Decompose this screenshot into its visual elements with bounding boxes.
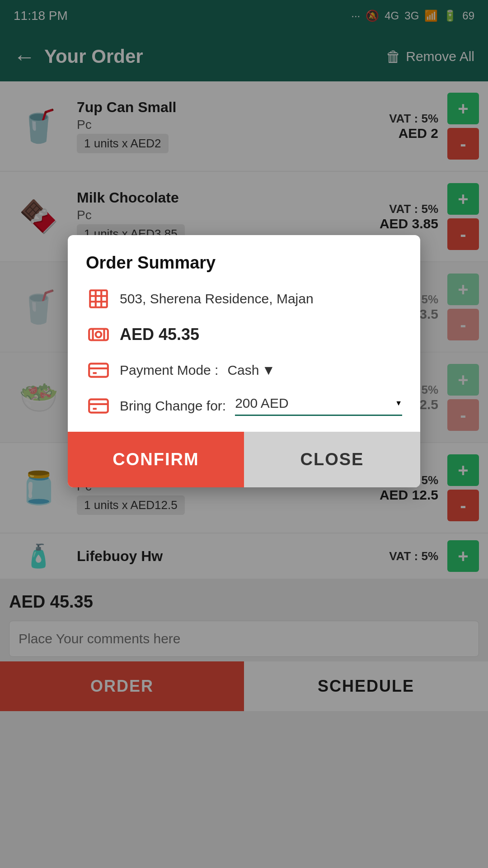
modal-title: Order Summary [86,253,402,273]
modal-address: 503, Sherena Residence, Majan [120,291,314,307]
dropdown-chevron-icon: ▼ [262,363,275,378]
card-icon [86,358,111,382]
svg-rect-12 [89,399,108,412]
modal-overlay: Order Summary 503, Sherena Residence, Ma… [0,0,488,868]
modal-buttons: CONFIRM CLOSE [68,432,420,487]
change-amount-dropdown[interactable]: 200 AED ▼ [235,396,402,416]
svg-point-6 [95,331,101,337]
change-amount-value: 200 AED [235,396,288,411]
building-icon [86,286,111,311]
change-card-icon [86,393,111,418]
modal-payment-label: Payment Mode : [120,363,218,378]
money-icon [86,322,111,347]
svg-rect-9 [89,363,108,377]
modal-total-amount: AED 45.35 [120,325,199,344]
modal-address-row: 503, Sherena Residence, Majan [86,286,402,311]
payment-mode-dropdown[interactable]: Cash ▼ [227,363,275,378]
modal-change-label: Bring Change for: [120,398,226,414]
svg-rect-0 [90,290,107,307]
payment-mode-value: Cash [227,363,259,378]
modal-payment-row: Payment Mode : Cash ▼ [86,358,402,382]
modal-amount-row: AED 45.35 [86,322,402,347]
confirm-button[interactable]: CONFIRM [68,432,244,487]
modal-change-row: Bring Change for: 200 AED ▼ [86,393,402,418]
close-button[interactable]: CLOSE [244,432,420,487]
change-dropdown-chevron-icon: ▼ [395,399,402,407]
order-summary-modal: Order Summary 503, Sherena Residence, Ma… [68,235,420,487]
